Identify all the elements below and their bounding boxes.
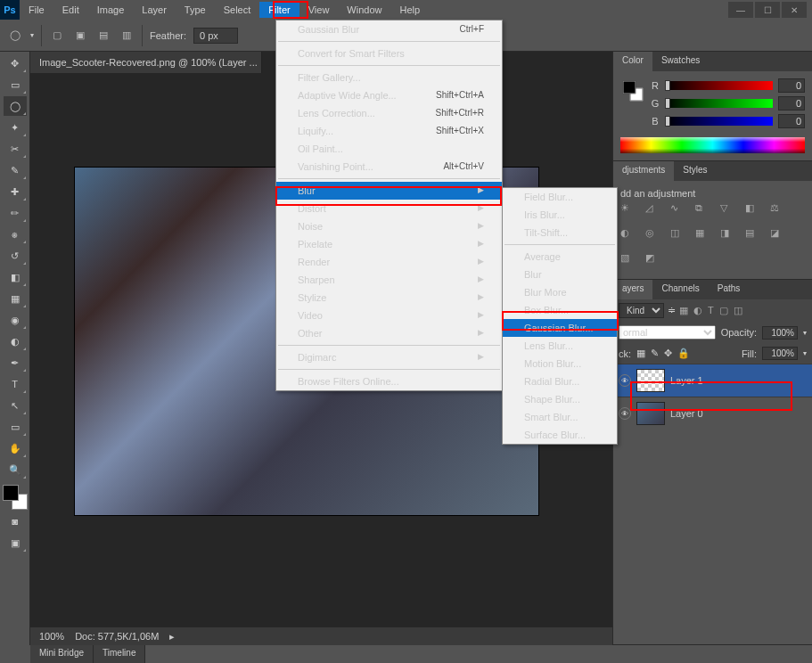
tab-styles[interactable]: Styles	[674, 161, 716, 181]
mi-iris-blur[interactable]: Iris Blur...	[503, 206, 617, 224]
maximize-button[interactable]: ☐	[755, 2, 780, 18]
layer-row[interactable]: 👁 Layer 1	[613, 364, 812, 397]
mi-other[interactable]: Other▶	[276, 324, 502, 342]
history-brush-tool[interactable]: ↺	[4, 246, 27, 266]
zoom-tool[interactable]: 🔍	[4, 460, 27, 479]
selection-new-icon[interactable]: ▢	[49, 28, 65, 44]
crop-tool[interactable]: ✂	[4, 139, 27, 159]
mi-smart-blur[interactable]: Smart Blur...	[503, 408, 617, 426]
dropdown-icon[interactable]: ▾	[30, 31, 34, 39]
tab-timeline[interactable]: Timeline	[94, 645, 145, 663]
mi-browse-filters[interactable]: Browse Filters Online...	[276, 372, 502, 390]
lasso-tool-icon[interactable]: ◯	[7, 28, 23, 44]
b-slider[interactable]	[665, 117, 773, 126]
layer-name[interactable]: Layer 1	[670, 375, 703, 386]
menu-filter[interactable]: Filter	[259, 2, 299, 18]
layer-thumb[interactable]	[636, 369, 665, 392]
menu-type[interactable]: Type	[176, 2, 215, 18]
levels-icon[interactable]: ◿	[645, 202, 661, 218]
tab-channels[interactable]: Channels	[652, 280, 708, 299]
blend-mode-select[interactable]: ormal	[619, 325, 716, 340]
lock-brush-icon[interactable]: ✎	[651, 348, 659, 359]
mi-pixelate[interactable]: Pixelate▶	[276, 235, 502, 253]
bw-icon[interactable]: ◐	[620, 227, 636, 243]
filter-smart-icon[interactable]: ◫	[734, 305, 742, 316]
dropdown-icon[interactable]: ▾	[803, 349, 807, 357]
mi-convert-smart[interactable]: Convert for Smart Filters	[276, 45, 502, 62]
threshold-icon[interactable]: ◪	[770, 227, 786, 243]
b-value[interactable]: 0	[778, 114, 805, 128]
menu-view[interactable]: View	[299, 2, 339, 18]
menu-help[interactable]: Help	[390, 2, 429, 18]
r-value[interactable]: 0	[778, 78, 805, 93]
mi-digimarc[interactable]: Digimarc▶	[276, 348, 502, 366]
menu-window[interactable]: Window	[338, 2, 390, 18]
mi-oil-paint[interactable]: Oil Paint...	[276, 140, 502, 158]
lock-move-icon[interactable]: ✥	[664, 348, 672, 359]
selective-icon[interactable]: ◩	[645, 252, 661, 268]
posterize-icon[interactable]: ▤	[745, 227, 761, 243]
move-tool[interactable]: ✥	[4, 53, 27, 73]
blur-tool[interactable]: ◉	[4, 310, 27, 330]
lock-pixels-icon[interactable]: ▦	[636, 348, 645, 359]
stamp-tool[interactable]: ⎈	[4, 225, 27, 244]
filter-shape-icon[interactable]: ▢	[719, 305, 728, 316]
heal-tool[interactable]: ✚	[4, 182, 27, 201]
layer-row[interactable]: 👁 Layer 0	[613, 397, 812, 430]
filter-type-icon[interactable]: T	[708, 305, 714, 316]
exposure-icon[interactable]: ⧉	[695, 202, 711, 218]
g-value[interactable]: 0	[778, 96, 805, 110]
dropdown-icon[interactable]: ▾	[803, 329, 807, 337]
mi-surface-blur[interactable]: Surface Blur...	[503, 426, 617, 444]
invert-icon[interactable]: ◨	[720, 227, 736, 243]
visibility-icon[interactable]: 👁	[619, 407, 631, 420]
zoom-level[interactable]: 100%	[39, 631, 64, 642]
mi-motion-blur[interactable]: Motion Blur...	[503, 355, 617, 372]
menu-select[interactable]: Select	[215, 2, 260, 18]
layer-name[interactable]: Layer 0	[670, 408, 703, 419]
visibility-icon[interactable]: 👁	[619, 374, 631, 387]
mi-stylize[interactable]: Stylize▶	[276, 289, 502, 307]
map-icon[interactable]: ▧	[620, 252, 636, 268]
menu-file[interactable]: File	[20, 2, 53, 18]
gradient-tool[interactable]: ▦	[4, 289, 27, 308]
tab-adjustments[interactable]: djustments	[613, 161, 674, 181]
mi-render[interactable]: Render▶	[276, 253, 502, 271]
mi-field-blur[interactable]: Field Blur...	[503, 188, 617, 206]
mi-blur-basic[interactable]: Blur	[503, 266, 617, 283]
layer-thumb[interactable]	[636, 402, 665, 425]
fill-input[interactable]	[762, 347, 798, 360]
minimize-button[interactable]: —	[728, 2, 753, 18]
path-tool[interactable]: ↖	[4, 396, 27, 415]
filter-adj-icon[interactable]: ◐	[693, 305, 702, 316]
feather-input[interactable]	[193, 28, 238, 44]
filter-img-icon[interactable]: ▦	[679, 305, 688, 316]
mi-lens-blur[interactable]: Lens Blur...	[503, 337, 617, 355]
eyedropper-tool[interactable]: ✎	[4, 160, 27, 180]
g-slider[interactable]	[665, 99, 773, 108]
shape-tool[interactable]: ▭	[4, 417, 27, 437]
quickmask-tool[interactable]: ◙	[4, 512, 27, 531]
tab-paths[interactable]: Paths	[709, 280, 750, 299]
mi-video[interactable]: Video▶	[276, 307, 502, 324]
selection-subtract-icon[interactable]: ▤	[95, 28, 111, 44]
curves-icon[interactable]: ∿	[670, 202, 686, 218]
mi-radial-blur[interactable]: Radial Blur...	[503, 372, 617, 390]
brush-tool[interactable]: ✏	[4, 203, 27, 223]
dropdown-icon[interactable]: ≑	[668, 305, 676, 316]
hue-icon[interactable]: ◧	[745, 202, 761, 218]
tab-layers[interactable]: ayers	[613, 280, 652, 299]
lasso-tool[interactable]: ◯	[4, 96, 27, 116]
wand-tool[interactable]: ✦	[4, 118, 27, 137]
mi-adaptive-wide[interactable]: Adaptive Wide Angle...Shift+Ctrl+A	[276, 86, 502, 104]
tab-color[interactable]: Color	[613, 52, 652, 71]
eraser-tool[interactable]: ◧	[4, 267, 27, 287]
mi-filter-gallery[interactable]: Filter Gallery...	[276, 69, 502, 86]
menu-layer[interactable]: Layer	[133, 2, 176, 18]
opacity-input[interactable]	[762, 326, 798, 340]
r-slider[interactable]	[665, 81, 773, 90]
mi-blur[interactable]: Blur▶	[276, 182, 502, 200]
mi-noise[interactable]: Noise▶	[276, 217, 502, 235]
hand-tool[interactable]: ✋	[4, 438, 27, 458]
type-tool[interactable]: T	[4, 374, 27, 394]
